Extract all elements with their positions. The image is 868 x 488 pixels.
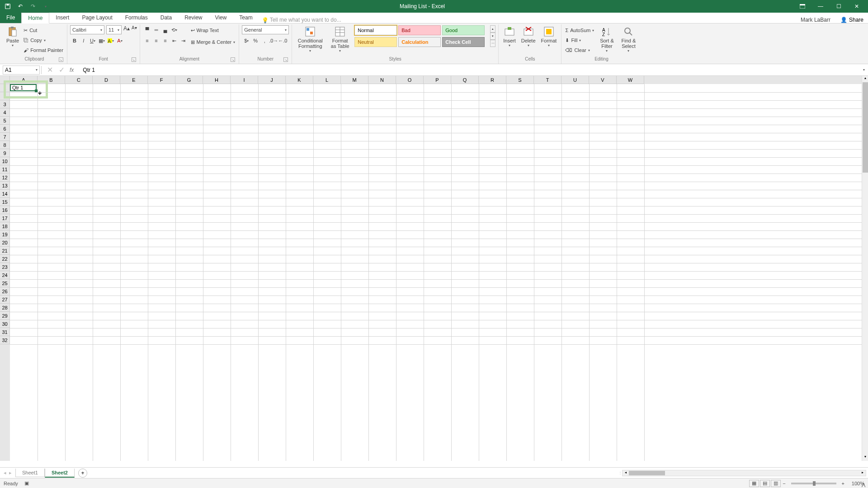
undo-icon[interactable]: ↶: [17, 3, 24, 9]
autosum-button[interactable]: ΣAutoSum▾: [564, 25, 595, 35]
row-header-24[interactable]: 24: [0, 271, 10, 279]
col-header-u[interactable]: U: [561, 76, 589, 84]
col-header-l[interactable]: L: [313, 76, 341, 84]
fx-icon[interactable]: fx: [70, 67, 74, 73]
collapse-ribbon-icon[interactable]: ⋀: [862, 482, 865, 487]
style-bad[interactable]: Bad: [398, 25, 441, 35]
vertical-scrollbar[interactable]: ▴ ▾: [862, 76, 868, 461]
gallery-down-icon[interactable]: ▾: [490, 33, 495, 40]
fill-button[interactable]: ⬇Fill▾: [564, 35, 595, 45]
conditional-formatting-button[interactable]: Conditional Formatting▾: [295, 25, 326, 54]
alignment-launcher[interactable]: ↘: [231, 57, 235, 62]
col-header-f[interactable]: F: [148, 76, 175, 84]
row-header-20[interactable]: 20: [0, 239, 10, 247]
col-header-i[interactable]: I: [231, 76, 258, 84]
row-header-26[interactable]: 26: [0, 287, 10, 296]
merge-center-button[interactable]: ⊞Merge & Center▾: [190, 37, 236, 47]
col-header-g[interactable]: G: [175, 76, 203, 84]
align-bottom-button[interactable]: ▄: [161, 26, 170, 34]
row-header-6[interactable]: 6: [0, 125, 10, 133]
border-button[interactable]: ▦▾: [98, 37, 106, 45]
enter-formula-icon[interactable]: ✓: [58, 66, 65, 74]
bold-button[interactable]: B: [71, 37, 79, 45]
wrap-text-button[interactable]: ↩Wrap Text: [190, 25, 236, 35]
col-header-c[interactable]: C: [65, 76, 93, 84]
style-check-cell[interactable]: Check Cell: [442, 37, 485, 47]
page-break-view-button[interactable]: ▥: [771, 480, 781, 487]
cells-area[interactable]: Qtr 1 +: [10, 84, 862, 461]
col-header-j[interactable]: J: [258, 76, 286, 84]
align-center-button[interactable]: ≡: [152, 37, 160, 45]
col-header-v[interactable]: V: [589, 76, 617, 84]
tab-view[interactable]: View: [209, 12, 233, 23]
close-icon[interactable]: ✕: [849, 2, 864, 11]
decrease-indent-button[interactable]: ⇤: [170, 37, 179, 45]
sheet-tab-sheet2[interactable]: Sheet2: [45, 469, 75, 478]
row-header-28[interactable]: 28: [0, 304, 10, 312]
insert-cells-button[interactable]: Insert▾: [501, 25, 518, 48]
tab-review[interactable]: Review: [178, 12, 208, 23]
row-header-17[interactable]: 17: [0, 214, 10, 222]
row-header-31[interactable]: 31: [0, 328, 10, 336]
zoom-out-button[interactable]: −: [783, 481, 785, 486]
sheet-next-icon[interactable]: ▸: [9, 470, 12, 476]
col-header-o[interactable]: O: [396, 76, 424, 84]
row-header-32[interactable]: 32: [0, 336, 10, 344]
row-header-14[interactable]: 14: [0, 190, 10, 198]
cancel-formula-icon[interactable]: ✕: [46, 66, 53, 74]
row-header-18[interactable]: 18: [0, 222, 10, 230]
col-header-h[interactable]: H: [203, 76, 231, 84]
col-header-d[interactable]: D: [93, 76, 120, 84]
row-header-10[interactable]: 10: [0, 157, 10, 165]
row-header-5[interactable]: 5: [0, 117, 10, 125]
row-header-11[interactable]: 11: [0, 165, 10, 174]
scroll-down-icon[interactable]: ▾: [862, 455, 868, 461]
scroll-up-icon[interactable]: ▴: [862, 76, 868, 82]
decrease-decimal-button[interactable]: ←.0: [278, 37, 287, 45]
macro-record-icon[interactable]: ▣: [24, 480, 29, 486]
scroll-left-icon[interactable]: ◂: [623, 470, 629, 474]
style-good[interactable]: Good: [442, 25, 485, 35]
share-button[interactable]: 👤 Share: [836, 17, 868, 23]
col-header-a[interactable]: A: [10, 76, 38, 84]
increase-indent-button[interactable]: ⇥: [179, 37, 188, 45]
align-left-button[interactable]: ≡: [143, 37, 151, 45]
fill-color-button[interactable]: A▾: [107, 37, 115, 45]
font-launcher[interactable]: ↘: [132, 57, 136, 62]
row-header-8[interactable]: 8: [0, 141, 10, 149]
col-header-s[interactable]: S: [506, 76, 534, 84]
row-header-3[interactable]: 3: [0, 100, 10, 108]
tellme-search[interactable]: 💡 Tell me what you want to do...: [262, 17, 341, 23]
col-header-k[interactable]: K: [286, 76, 313, 84]
format-painter-button[interactable]: 🖌Format Painter: [23, 45, 64, 55]
page-layout-view-button[interactable]: ▤: [760, 480, 770, 487]
col-header-r[interactable]: R: [479, 76, 506, 84]
sheet-prev-icon[interactable]: ◂: [4, 470, 6, 476]
zoom-thumb[interactable]: [813, 481, 816, 486]
style-neutral[interactable]: Neutral: [354, 37, 397, 47]
row-header-9[interactable]: 9: [0, 149, 10, 157]
col-header-b[interactable]: B: [38, 76, 65, 84]
number-launcher[interactable]: ↘: [283, 57, 288, 62]
expand-formula-icon[interactable]: ▾: [860, 66, 868, 74]
hscroll-thumb[interactable]: [629, 471, 665, 475]
sort-filter-button[interactable]: AZSort & Filter▾: [597, 25, 617, 54]
row-header-13[interactable]: 13: [0, 182, 10, 190]
number-format-select[interactable]: General: [242, 25, 289, 34]
format-as-table-button[interactable]: Format as Table▾: [327, 25, 353, 54]
scroll-right-icon[interactable]: ▸: [859, 470, 866, 474]
tab-team[interactable]: Team: [233, 12, 259, 23]
font-size-select[interactable]: 11: [106, 25, 122, 34]
col-header-w[interactable]: W: [617, 76, 644, 84]
align-middle-button[interactable]: ═: [152, 26, 160, 34]
col-header-q[interactable]: Q: [451, 76, 479, 84]
normal-view-button[interactable]: ▦: [749, 480, 759, 487]
row-header-23[interactable]: 23: [0, 263, 10, 271]
row-header-19[interactable]: 19: [0, 230, 10, 239]
clipboard-launcher[interactable]: ↘: [59, 57, 63, 62]
row-header-4[interactable]: 4: [0, 108, 10, 117]
font-name-select[interactable]: Calibri: [70, 25, 104, 34]
align-top-button[interactable]: ▀: [143, 26, 151, 34]
font-color-button[interactable]: A▾: [116, 37, 124, 45]
zoom-slider[interactable]: [791, 483, 836, 484]
